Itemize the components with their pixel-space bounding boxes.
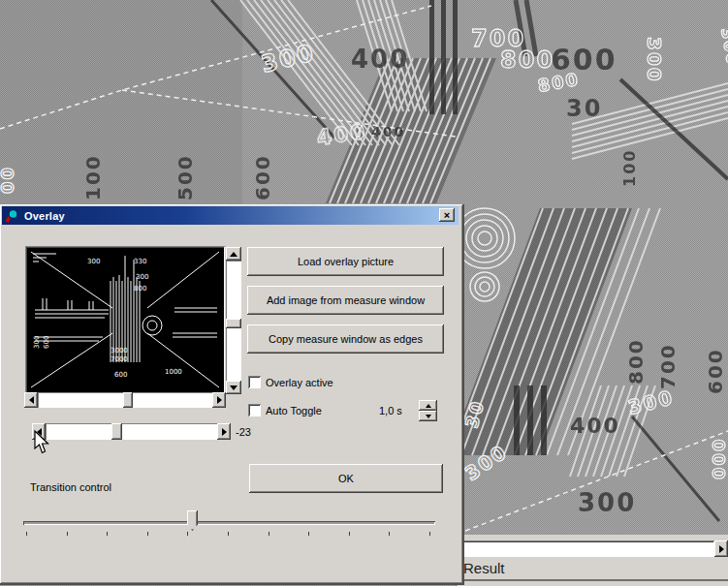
chart-number: 100	[81, 154, 105, 200]
offset-value: -23	[236, 426, 251, 438]
scrollbar-thumb[interactable]	[111, 423, 122, 440]
chart-number: 30	[566, 95, 602, 122]
result-panel: Result	[456, 535, 728, 586]
scroll-right-button[interactable]	[217, 423, 231, 440]
arrow-up-icon	[426, 404, 431, 408]
transition-slider-track[interactable]	[23, 521, 435, 525]
chart-number: 300	[578, 488, 636, 517]
slider-tick-marks	[26, 532, 430, 537]
horizontal-scrollbar-2[interactable]	[32, 423, 231, 440]
auto-toggle-label: Auto Toggle	[266, 405, 322, 416]
arrow-right-icon	[719, 545, 724, 553]
arrow-up-icon	[230, 252, 237, 257]
horizontal-scrollbar-1[interactable]	[24, 392, 226, 408]
arrow-left-icon	[29, 396, 34, 404]
title-bar[interactable]: Overlay ×	[2, 206, 459, 225]
chart-number: 400	[371, 124, 405, 139]
preview-number: 300	[136, 273, 148, 281]
auto-toggle-interval-value: 1,0 s	[379, 405, 402, 416]
preview-number: 3000	[111, 347, 128, 355]
scroll-down-button[interactable]	[226, 381, 241, 394]
arrow-right-icon	[217, 396, 222, 404]
chart-number-outline: 800	[500, 46, 554, 74]
chart-number-outline: 00	[0, 166, 17, 194]
chart-number: 800	[624, 338, 648, 385]
preview-number: 1000	[165, 368, 182, 376]
scrollbar-thumb[interactable]	[123, 392, 133, 408]
spinner-up-button[interactable]	[419, 400, 437, 411]
close-button[interactable]: ×	[439, 208, 455, 222]
spinner-down-button[interactable]	[419, 411, 437, 421]
chart-number: 700	[656, 343, 680, 389]
chart-number: 600	[704, 348, 727, 394]
screen: 400 600 30 400 100 500 600 800 700 600 4…	[0, 0, 728, 586]
overlay-active-checkbox[interactable]	[248, 376, 261, 388]
add-image-from-measure-window-button[interactable]: Add image from measure window	[247, 286, 444, 315]
preview-number: 800	[134, 285, 146, 293]
copy-measure-window-as-edges-button[interactable]: Copy measure window as edges	[247, 324, 444, 354]
scrollbar-thumb[interactable]	[226, 319, 241, 328]
overlay-dialog: Overlay × 300 330 300 800	[0, 204, 464, 585]
window-title: Overlay	[24, 210, 65, 222]
chart-number: 400	[570, 414, 620, 438]
preview-number: 7000	[111, 355, 128, 363]
overlay-active-label: Overlay active	[266, 377, 333, 388]
chart-number-outline: 000	[709, 437, 728, 479]
preview-number: 300	[87, 258, 100, 265]
auto-toggle-checkbox[interactable]	[248, 404, 261, 416]
scroll-up-button[interactable]	[226, 247, 241, 261]
scroll-left-button[interactable]	[24, 392, 38, 408]
chart-number-outline: 300	[643, 37, 666, 83]
transition-slider-thumb[interactable]	[187, 510, 198, 531]
preview-vertical-scrollbar[interactable]	[226, 247, 241, 394]
overlay-preview-image[interactable]: 300 330 300 800 3000 7000 600 1000 300 6…	[25, 246, 225, 393]
result-value-field[interactable]	[460, 540, 714, 557]
arrow-down-icon	[426, 415, 431, 418]
preview-number: 330	[134, 258, 146, 265]
scrollbar-track[interactable]	[46, 423, 217, 440]
load-overlay-picture-button[interactable]: Load overlay picture	[247, 247, 444, 276]
result-arrow-button[interactable]	[714, 540, 728, 557]
magnifier-icon	[5, 208, 19, 223]
preview-number: 600	[43, 336, 50, 349]
transition-control-label: Transition control	[30, 481, 111, 493]
chart-number: 500	[174, 154, 197, 200]
arrow-right-icon	[222, 428, 227, 436]
arrow-down-icon	[230, 386, 237, 390]
chart-number: 600	[251, 154, 274, 200]
chart-number: 400	[351, 45, 409, 74]
divider	[457, 579, 728, 581]
mouse-cursor	[32, 430, 51, 455]
preview-number: 600	[114, 371, 127, 379]
ok-button[interactable]: OK	[249, 464, 443, 493]
preview-number: 300	[33, 336, 41, 349]
chart-number: 100	[620, 149, 639, 187]
interval-spinner[interactable]	[419, 400, 437, 421]
result-label: Result	[463, 560, 505, 576]
scroll-right-button[interactable]	[212, 392, 226, 408]
